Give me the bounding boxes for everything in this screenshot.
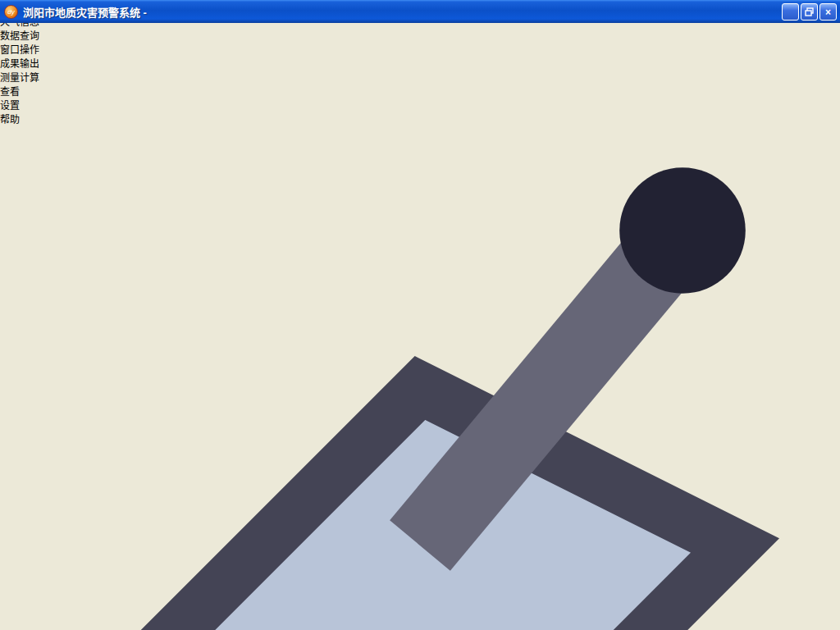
menu-window-ops[interactable]: 窗口操作 [0,42,840,56]
menu-result-output[interactable]: 成果输出 [0,56,840,70]
menu-view[interactable]: 查看 [0,84,840,98]
restore-icon [805,7,814,16]
menu-help[interactable]: 帮助 [0,112,840,126]
menu-measure-calc[interactable]: 测量计算 [0,70,840,84]
menu-settings[interactable]: 设置 [0,98,840,112]
menu-data-query[interactable]: 数据查询 [0,28,840,42]
close-button[interactable]: × [819,3,837,21]
app-logo-icon: dy [4,5,18,19]
title-bar: dy 浏阳市地质灾害预警系统 - × [0,0,840,23]
toolbar: ? [0,126,840,630]
minimize-button[interactable] [782,3,799,21]
restore-button[interactable] [801,3,818,21]
window-title: 浏阳市地质灾害预警系统 - [23,4,147,20]
